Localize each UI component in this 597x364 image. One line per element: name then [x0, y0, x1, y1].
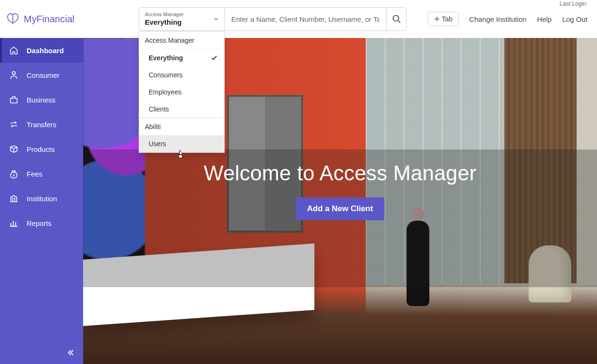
- sidebar-item-transfers[interactable]: Transfers: [0, 112, 83, 137]
- dropdown-header-abiliti: Abiliti: [139, 118, 224, 135]
- svg-line-2: [398, 21, 400, 23]
- dropdown-item-everything[interactable]: Everything: [139, 49, 224, 66]
- institution-icon: [9, 194, 19, 203]
- dropdown-item-label: Consumers: [149, 71, 183, 79]
- add-tab-button[interactable]: Tab: [428, 12, 459, 26]
- person-icon: [9, 70, 19, 80]
- sidebar-item-institution[interactable]: Institution: [0, 186, 83, 211]
- search-scope-label: Access Manager: [145, 11, 218, 18]
- hero-content: Welcome to Access Manager Add a New Clie…: [83, 161, 597, 220]
- search-bar: Access Manager Everything Access Manager…: [139, 7, 407, 31]
- sidebar-item-label: Fees: [27, 170, 42, 178]
- chevron-down-icon: [213, 16, 219, 22]
- plus-icon: [434, 16, 440, 22]
- search-icon: [392, 14, 401, 24]
- dropdown-item-clients[interactable]: Clients: [139, 101, 224, 118]
- dropdown-item-consumers[interactable]: Consumers: [139, 66, 224, 84]
- svg-point-1: [393, 16, 398, 21]
- dropdown-item-label: Clients: [149, 105, 169, 113]
- brand-block[interactable]: MyFinancial: [6, 13, 139, 25]
- box-icon: [9, 144, 19, 154]
- body: Dashboard Consumer Business Transfers Pr…: [0, 38, 597, 364]
- logout-link[interactable]: Log Out: [562, 15, 588, 23]
- sidebar-item-label: Dashboard: [27, 47, 64, 55]
- briefcase-icon: [9, 95, 19, 104]
- sidebar-item-label: Transfers: [27, 121, 57, 129]
- change-institution-link[interactable]: Change Institution: [469, 15, 527, 23]
- check-icon: [211, 55, 218, 61]
- svg-point-5: [12, 72, 15, 75]
- svg-text:$: $: [13, 173, 15, 177]
- sidebar-item-label: Products: [27, 145, 55, 153]
- moneybag-icon: $: [9, 169, 19, 178]
- add-tab-label: Tab: [442, 15, 453, 23]
- sidebar-item-consumer[interactable]: Consumer: [0, 63, 83, 87]
- sidebar-item-products[interactable]: Products: [0, 137, 83, 161]
- search-button[interactable]: [386, 8, 406, 30]
- dropdown-item-users[interactable]: Users: [139, 135, 224, 152]
- svg-rect-6: [10, 98, 17, 103]
- hero-title: Welcome to Access Manager: [204, 161, 476, 185]
- sidebar-item-label: Reports: [27, 219, 52, 227]
- sidebar-item-business[interactable]: Business: [0, 87, 83, 112]
- search-scope-dropdown[interactable]: Access Manager Everything Access Manager…: [139, 8, 225, 30]
- search-input[interactable]: [225, 8, 386, 30]
- chevron-double-left-icon: [67, 349, 75, 356]
- barchart-icon: [9, 218, 19, 228]
- sidebar-item-label: Business: [27, 96, 56, 104]
- search-scope-value: Everything: [145, 18, 218, 27]
- sidebar: Dashboard Consumer Business Transfers Pr…: [0, 38, 83, 364]
- sidebar-item-label: Institution: [27, 195, 57, 203]
- collapse-sidebar-button[interactable]: [67, 349, 75, 356]
- last-login-label: Last Login:: [559, 0, 588, 7]
- dropdown-item-employees[interactable]: Employees: [139, 84, 224, 101]
- help-link[interactable]: Help: [537, 15, 552, 23]
- add-new-client-button[interactable]: Add a New Client: [296, 197, 385, 220]
- sidebar-item-label: Consumer: [27, 71, 59, 79]
- search-scope-menu: Access Manager Everything Consumers Empl…: [139, 31, 225, 153]
- dropdown-header-access-manager: Access Manager: [139, 32, 224, 49]
- topbar-right: Last Login: Tab Change Institution Help …: [428, 12, 588, 26]
- brand-name: MyFinancial: [24, 14, 75, 25]
- dropdown-item-label: Employees: [149, 88, 181, 96]
- sidebar-item-dashboard[interactable]: Dashboard: [0, 38, 83, 63]
- sidebar-item-reports[interactable]: Reports: [0, 211, 83, 235]
- transfers-icon: [9, 120, 19, 129]
- top-bar: MyFinancial Access Manager Everything Ac…: [0, 0, 597, 38]
- home-icon: [9, 46, 19, 55]
- dropdown-item-label: Everything: [149, 54, 183, 62]
- sidebar-item-fees[interactable]: $ Fees: [0, 161, 83, 186]
- dropdown-item-label: Users: [149, 140, 166, 148]
- brand-logo-icon: [6, 13, 20, 25]
